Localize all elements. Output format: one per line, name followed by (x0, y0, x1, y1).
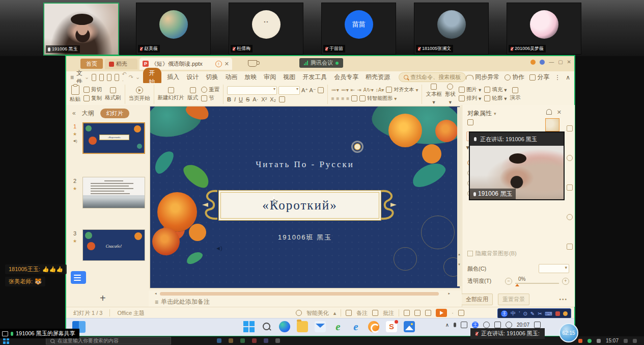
tray-app-icon[interactable] (461, 322, 467, 328)
host-notification-icon[interactable] (633, 339, 637, 343)
host-app-icon[interactable] (252, 338, 257, 343)
meeting-badge[interactable]: 腾讯会议 (299, 58, 343, 68)
host-tray-icon[interactable] (587, 339, 592, 343)
command-search[interactable]: 查找命令、搜索模板 (399, 72, 466, 82)
preview-icon[interactable] (115, 74, 119, 81)
notification-icon[interactable] (530, 60, 536, 65)
ime-settings-icon[interactable] (563, 311, 568, 316)
participant-tile[interactable]: 191006 黑玉 (43, 3, 119, 56)
copy-button[interactable]: 复制 (83, 95, 102, 102)
scroll-right-icon[interactable]: ▸ (448, 291, 450, 296)
vertical-scrollbar[interactable]: ▲ ▼ (457, 107, 461, 286)
bold-button[interactable]: B (227, 96, 231, 102)
slide-heading[interactable]: Читать По - Русски (150, 160, 460, 170)
host-app-icon[interactable] (240, 338, 245, 343)
participant-tile[interactable]: 201006吴梦薇 (507, 3, 581, 55)
participant-tile[interactable]: 181005张澜文 (414, 3, 489, 55)
close-panel-icon[interactable]: ✕ (557, 109, 562, 116)
ime-lang-toggle[interactable]: 中 (511, 310, 516, 317)
host-app-icon[interactable] (229, 338, 233, 343)
beautify-caret[interactable]: ▴ (333, 310, 337, 316)
font-size-select[interactable] (278, 86, 300, 95)
strike-button[interactable]: S (246, 96, 249, 102)
decrease-icon[interactable]: − (505, 278, 512, 285)
ribbon-tab-insert[interactable]: 插入 (167, 73, 179, 82)
play-from-current-button[interactable]: 当页开始 (129, 87, 150, 102)
redo-icon[interactable]: ↷ (129, 74, 133, 81)
slideshow-play-button[interactable] (436, 309, 447, 317)
share-button[interactable]: 分享 (529, 73, 549, 82)
text-direction-button[interactable]: A↻▾ (363, 87, 374, 93)
picture-button[interactable]: 图片▾ (459, 86, 481, 93)
format-painter-button[interactable]: 格式刷 (105, 87, 121, 101)
font-family-select[interactable] (227, 86, 277, 95)
textbox-button[interactable]: 文本框▾ (426, 84, 442, 105)
undo-icon[interactable]: ↶ · (122, 71, 126, 84)
ime-pen-icon[interactable]: ✎ (530, 311, 535, 316)
ribbon-tab-animation[interactable]: 动画 (225, 73, 237, 82)
mail-icon[interactable] (315, 321, 326, 332)
close-tab-icon[interactable]: ✕ (225, 61, 229, 67)
tray-ime-icon[interactable]: 王 (472, 322, 479, 328)
pin-icon[interactable] (546, 109, 552, 115)
docer-tab[interactable]: 稻壳 (105, 59, 137, 69)
ime-toolbar[interactable]: 王 中 ’ ⊙ ✎ ✂ ⌨ (497, 308, 571, 319)
meeting-list-toggle[interactable] (71, 271, 86, 284)
hide-background-checkbox[interactable]: 隐藏背景图形(B) (467, 250, 517, 257)
save-icon[interactable] (92, 74, 96, 81)
superscript-button[interactable]: X² (261, 96, 267, 102)
line-spacing-button[interactable]: ↕A▾ (376, 87, 384, 93)
font-color-button[interactable]: A· (253, 96, 258, 102)
rocket-icon[interactable] (567, 125, 573, 131)
host-start-button[interactable] (3, 338, 9, 344)
print-icon[interactable] (107, 74, 111, 81)
ime-emoji-icon[interactable]: ⊙ (523, 311, 527, 316)
play-caret[interactable]: · (452, 310, 454, 316)
tray-mic-icon[interactable] (454, 323, 456, 327)
volume-icon[interactable] (494, 322, 501, 328)
ribbon-tab-member[interactable]: 会员专享 (334, 73, 358, 82)
ribbon-tab-design[interactable]: 设计 (186, 73, 199, 82)
slide-thumbnail-2[interactable] (82, 177, 145, 208)
slides-tab[interactable]: 幻灯片 (100, 109, 129, 118)
chart-icon[interactable] (567, 214, 573, 220)
layout-button[interactable]: 版式 (187, 87, 198, 101)
align-right-button[interactable]: ≡ (341, 96, 344, 101)
menu-icon[interactable]: ≡ (70, 74, 74, 81)
slide-title-box[interactable]: «Короткий» (218, 190, 381, 221)
bullets-button[interactable]: ≔▾ (331, 87, 339, 93)
ime-punct-icon[interactable]: ’ (519, 311, 520, 316)
outline-button[interactable]: 轮廓▾ (484, 95, 507, 102)
more-caret-icon[interactable]: ⌄ (135, 74, 140, 81)
start-button[interactable] (243, 321, 255, 332)
shapes-button[interactable]: 形状▾ (445, 84, 456, 105)
edge-icon[interactable] (279, 321, 290, 332)
fill-roller-icon[interactable] (467, 119, 473, 125)
participant-tile[interactable]: 苗苗 于苗苗 (321, 3, 396, 55)
browser-360-icon[interactable] (368, 321, 379, 332)
justify-button[interactable]: ≡ (346, 96, 349, 101)
host-volume-icon[interactable] (624, 339, 628, 343)
prev-slide-icon[interactable]: ▲ (457, 253, 461, 256)
meeting-timer-bubble[interactable]: 62:15 (559, 323, 578, 342)
section-button[interactable]: 节 (201, 95, 219, 102)
tray-expand-icon[interactable]: ∧ (445, 322, 449, 328)
paste-button[interactable]: 粘贴 (70, 85, 80, 103)
subscript-button[interactable]: X₂ (270, 96, 276, 102)
arrange-button[interactable]: 排列▾ (459, 95, 481, 102)
reset-button[interactable]: 重置 (201, 86, 219, 93)
ie-icon[interactable]: e (350, 321, 361, 332)
maximize-button[interactable]: ▢ (558, 59, 563, 65)
sorter-view-icon[interactable] (414, 310, 421, 316)
texture-preview[interactable] (545, 118, 559, 131)
fullscreen-icon[interactable] (458, 310, 464, 316)
align-center-button[interactable]: ≡ (337, 96, 340, 101)
ribbon-tab-review[interactable]: 审阅 (264, 73, 276, 82)
font-grow-shrink[interactable]: A⁺ A⁻ (301, 87, 316, 94)
notes-placeholder-row[interactable]: ≡ 单击此处添加备注 (155, 298, 210, 306)
sync-status[interactable]: 同步异常 (466, 73, 499, 82)
more-menu-icon[interactable]: ⋮ (554, 74, 561, 81)
next-slide-icon[interactable]: ▼ (457, 263, 461, 266)
align-left-button[interactable]: ≡ (331, 96, 334, 101)
normal-view-icon[interactable] (404, 310, 410, 316)
